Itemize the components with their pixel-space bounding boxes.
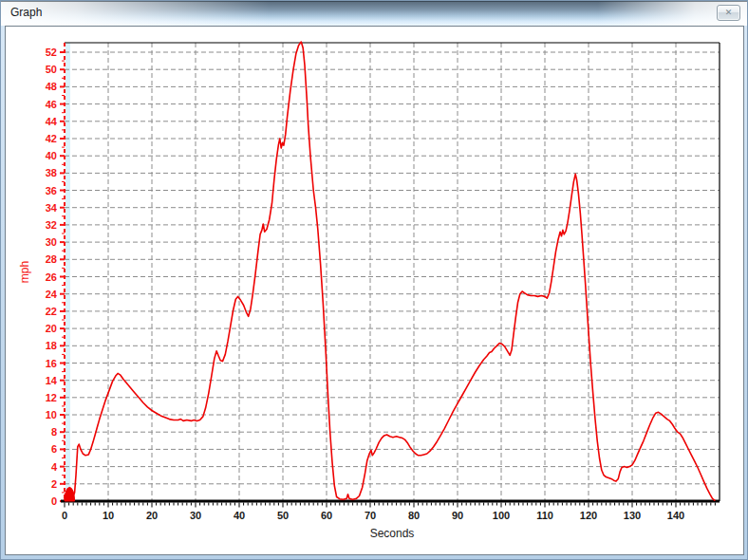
y-tick-label: 10	[46, 409, 57, 420]
y-tick-label: 20	[46, 323, 57, 334]
y-tick-label: 14	[46, 375, 58, 386]
y-tick-label: 28	[46, 253, 57, 265]
graph-window: Graph ✕ 02468101214161820222426283032343…	[0, 0, 748, 560]
y-tick-label: 38	[46, 167, 57, 178]
x-tick-label: 70	[365, 510, 376, 521]
x-tick-label: 90	[452, 510, 463, 521]
x-tick-label: 20	[146, 510, 158, 521]
y-tick-label: 12	[46, 392, 57, 403]
y-tick-label: 42	[46, 133, 57, 144]
x-tick-label: 50	[277, 510, 289, 521]
y-tick-label: 18	[46, 340, 57, 351]
y-tick-label: 2	[51, 478, 57, 490]
x-tick-label: 30	[190, 510, 201, 521]
y-tick-label: 22	[46, 306, 57, 317]
window-title: Graph	[10, 1, 42, 26]
y-tick-label: 48	[46, 81, 57, 92]
y-tick-label: 36	[46, 185, 57, 196]
x-tick-label: 130	[624, 510, 641, 521]
x-tick-label: 80	[408, 510, 420, 521]
y-tick-label: 46	[46, 99, 57, 110]
x-tick-label: 110	[536, 510, 553, 521]
speed-line-chart: 0246810121416182022242628303234363840424…	[6, 27, 743, 554]
y-axis: 0246810121416182022242628303234363840424…	[46, 43, 65, 507]
x-axis-title: Seconds	[370, 527, 415, 540]
x-tick-label: 100	[493, 510, 510, 521]
close-icon: ✕	[725, 8, 733, 17]
y-tick-label: 0	[51, 495, 57, 507]
y-tick-label: 4	[51, 461, 58, 473]
x-tick-label: 140	[667, 510, 684, 521]
y-tick-label: 24	[46, 289, 58, 300]
y-tick-label: 32	[46, 219, 57, 231]
y-tick-label: 30	[46, 236, 57, 248]
close-button[interactable]: ✕	[717, 5, 740, 21]
x-tick-label: 40	[234, 510, 245, 521]
y-tick-label: 44	[46, 116, 58, 127]
y-tick-label: 6	[51, 443, 57, 455]
y-tick-label: 34	[46, 202, 58, 214]
x-axis: 0102030405060708090100110120130140	[61, 501, 720, 521]
y-tick-label: 26	[46, 271, 57, 283]
x-tick-label: 60	[321, 510, 332, 521]
y-tick-label: 16	[46, 358, 57, 369]
x-tick-label: 10	[103, 510, 114, 521]
y-tick-label: 50	[46, 64, 57, 75]
y-tick-label: 40	[46, 150, 57, 161]
x-tick-label: 0	[62, 510, 67, 521]
y-axis-title: mph	[18, 261, 31, 283]
x-tick-label: 120	[580, 510, 597, 521]
chart-client-area: 0246810121416182022242628303234363840424…	[5, 26, 744, 555]
y-tick-label: 52	[46, 47, 57, 58]
title-bar[interactable]: Graph ✕	[1, 1, 747, 26]
y-tick-label: 8	[51, 426, 57, 438]
